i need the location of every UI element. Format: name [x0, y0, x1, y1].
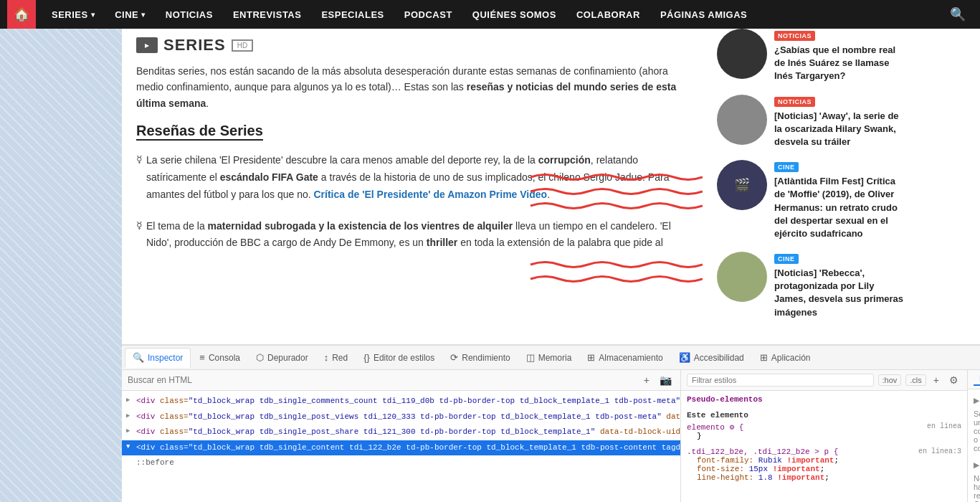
debugger-icon: ⬡: [256, 352, 264, 363]
settings-button[interactable]: ⚙: [946, 373, 961, 387]
flexbox-header[interactable]: ▶ Flexbox: [974, 395, 974, 405]
hov-button[interactable]: :hov: [878, 374, 902, 386]
badge-cine-3: CINE: [774, 162, 799, 172]
main-content: ▶ SERIES HD Benditas series, nos están s…: [122, 29, 980, 344]
article-section: ▶ SERIES HD Benditas series, nos están s…: [122, 29, 710, 344]
expand-arrow-2: ▶: [126, 411, 130, 421]
style-prop-line-height: line-height: 1.8 !important;: [697, 473, 961, 482]
nav-cine[interactable]: CINE ▾: [106, 0, 154, 29]
cls-button[interactable]: .cls: [905, 374, 926, 386]
layout-tabs: Disposición Calculado: [974, 373, 980, 386]
navigation: 🏠 SERIES ▾ CINE ▾ NOTICIAS ENTREVISTAS E…: [0, 0, 980, 29]
sidebar-article-3: 🎬 CINE [Atlàntida Film Fest] Crítica de …: [717, 160, 903, 240]
search-button[interactable]: 🔍: [943, 6, 973, 22]
this-element-section: Este elemento elemento ⚙ { en línea }: [687, 411, 961, 440]
nav-noticias[interactable]: NOTICIAS: [157, 0, 222, 29]
page-wrapper: ▶ SERIES HD Benditas series, nos están s…: [0, 29, 980, 502]
chevron-down-icon-flexbox: ▶: [974, 397, 979, 404]
thumbnail-2: [717, 95, 767, 145]
element-source: en línea: [927, 422, 961, 432]
home-button[interactable]: 🏠: [7, 0, 36, 29]
nav-entrevistas[interactable]: ENTREVISTAS: [224, 0, 310, 29]
nav-especiales[interactable]: ESPECIALES: [313, 0, 392, 29]
html-line-1[interactable]: ▶ <div class="td_block_wrap tdb_single_c…: [122, 394, 680, 409]
nav-series[interactable]: SERIES ▾: [43, 0, 103, 29]
bullet-icon-2: ☿: [136, 219, 143, 231]
tab-network[interactable]: ↕ Red: [317, 348, 356, 368]
left-sidebar: [0, 29, 122, 502]
memory-icon: ◫: [526, 352, 535, 363]
flexbox-desc: Seleccione un contenedor o continuar.: [974, 409, 974, 453]
expand-arrow-3: ▶: [126, 426, 130, 436]
html-panel: + 📷 ▶ <div class="td_block_wrap tdb_sing…: [122, 370, 681, 502]
styles-filter-input[interactable]: [687, 374, 874, 387]
tab-style-editor[interactable]: {} Editor de estilos: [356, 348, 442, 368]
expand-arrow-4: ▼: [126, 442, 130, 452]
grid-desc: No hay rejillas CSS en uso e...: [974, 474, 974, 502]
devtools-tabs: 🔍 Inspector ≡ Consola ⬡ Depurador ↕ Red …: [122, 346, 980, 370]
sidebar-article-title-2[interactable]: [Noticias] 'Away', la serie de la oscari…: [774, 110, 903, 149]
article-intro: Benditas series, nos están sacando de la…: [136, 63, 695, 111]
thumbnail-3: 🎬: [717, 160, 767, 210]
tab-performance[interactable]: ⟳ Rendimiento: [443, 348, 517, 368]
tab-console[interactable]: ≡ Consola: [192, 348, 247, 368]
sidebar-article-title-3[interactable]: [Atlàntida Film Fest] Crítica de 'Moffie…: [774, 175, 903, 240]
styles-panel: :hov .cls + ⚙ Pseudo-elementos Este elem…: [681, 370, 968, 502]
styles-content: Pseudo-elementos Este elemento elemento …: [681, 391, 967, 502]
sidebar-article-2: NOTICIAS [Noticias] 'Away', la serie de …: [717, 95, 903, 149]
tab-disposicion[interactable]: Disposición: [974, 373, 980, 386]
performance-icon: ⟳: [450, 352, 458, 363]
sidebar-article-title-1[interactable]: ¿Sabías que el nombre real de Inés Suáre…: [774, 44, 903, 83]
chevron-down-icon: ▾: [141, 11, 146, 19]
html-line-pseudo[interactable]: ::before: [122, 455, 680, 471]
screenshot-node-button[interactable]: 📷: [657, 373, 675, 387]
series-icon: ▶: [136, 37, 158, 53]
chevron-down-icon-grid: ▶: [974, 461, 979, 469]
html-toolbar: + 📷: [122, 370, 680, 391]
layout-toolbar: Disposición Calculado: [968, 370, 980, 389]
nav-colaborar[interactable]: COLABORAR: [568, 0, 649, 29]
rule-source: en línea:3: [918, 447, 961, 456]
rule-tdi122: .tdi_122_b2e, .tdi_122_b2e > p { en líne…: [687, 447, 961, 482]
sidebar-article-1: NOTICIAS ¿Sabías que el nombre real de I…: [717, 29, 903, 83]
style-prop-font-family: font-family: Rubik !important;: [697, 456, 961, 465]
sidebar-article-title-4[interactable]: [Noticias] 'Rebecca', protagonizada por …: [774, 267, 903, 319]
nav-paginas-amigas[interactable]: PÁGINAS AMIGAS: [652, 0, 756, 29]
tab-storage[interactable]: ⊞ Almacenamiento: [580, 348, 670, 368]
tab-application[interactable]: ⊞ Aplicación: [753, 348, 818, 368]
styles-toolbar: :hov .cls + ⚙: [681, 370, 967, 391]
element-selector: elemento ⚙ {: [687, 422, 743, 432]
series-title: SERIES: [163, 36, 226, 55]
pseudo-elements-section: Pseudo-elementos: [687, 395, 961, 404]
thumbnail-1: [717, 29, 767, 79]
nav-quienes-somos[interactable]: QUIÉNES SOMOS: [464, 0, 565, 29]
squiggle-decoration-2: [523, 254, 703, 290]
pseudo-elements-header: Pseudo-elementos: [687, 395, 961, 404]
article-item-2-text: El tema de la maternidad subrogada y la …: [146, 218, 695, 252]
bullet-icon: ☿: [136, 153, 143, 165]
add-style-button[interactable]: +: [931, 373, 942, 387]
nav-podcast[interactable]: PODCAST: [396, 0, 461, 29]
console-icon: ≡: [199, 352, 205, 363]
html-search-input[interactable]: [128, 375, 637, 385]
storage-icon: ⊞: [587, 352, 595, 363]
article-item-2: ☿ El tema de la maternidad subrogada y l…: [136, 218, 695, 252]
layout-content: ▶ Flexbox Seleccione un contenedor o con…: [968, 389, 980, 502]
nav-items: SERIES ▾ CINE ▾ NOTICIAS ENTREVISTAS ESP…: [43, 0, 943, 29]
expand-arrow-1: ▶: [126, 395, 130, 405]
tab-accessibility[interactable]: ♿ Accesibilidad: [672, 348, 751, 368]
series-badge: HD: [232, 39, 253, 52]
html-line-3[interactable]: ▶ <div class="td_block_wrap tdb_single_p…: [122, 425, 680, 440]
devtools: 🔍 Inspector ≡ Consola ⬡ Depurador ↕ Red …: [122, 344, 980, 502]
grid-header[interactable]: ▶ Rejilla: [974, 460, 974, 470]
add-node-button[interactable]: +: [641, 373, 652, 387]
tab-debugger[interactable]: ⬡ Depurador: [249, 348, 315, 368]
tab-memory[interactable]: ◫ Memoria: [519, 348, 579, 368]
html-line-4[interactable]: ▼ <div class="td_block_wrap tdb_single_c…: [122, 440, 680, 456]
right-sidebar: NOTICIAS ¿Sabías que el nombre real de I…: [710, 29, 910, 344]
badge-noticias-2: NOTICIAS: [774, 97, 815, 107]
tab-inspector[interactable]: 🔍 Inspector: [125, 348, 191, 368]
html-line-2[interactable]: ▶ <div class="td_block_wrap tdb_single_p…: [122, 409, 680, 425]
article-item-1-link[interactable]: Crítica de 'El Presidente' de Amazon Pri…: [313, 189, 547, 200]
article-item-1: ☿ La serie chilena 'El Presidente' descu…: [136, 152, 695, 203]
